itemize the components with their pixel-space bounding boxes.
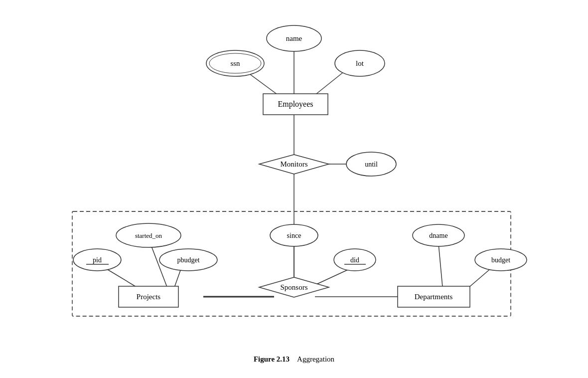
svg-line-14 bbox=[439, 244, 442, 287]
attr-started-on-label: started_on bbox=[135, 232, 162, 239]
diagram-container: name ssn lot Employees Monitors until pi… bbox=[20, 9, 568, 369]
attr-until-label: until bbox=[365, 161, 378, 168]
svg-line-1 bbox=[247, 72, 279, 96]
rel-monitors-label: Monitors bbox=[280, 160, 307, 168]
figure-description: Aggregation bbox=[297, 355, 334, 363]
attr-ssn-label: ssn bbox=[230, 59, 240, 67]
attr-lot-label: lot bbox=[356, 59, 364, 67]
entity-projects-label: Projects bbox=[137, 293, 160, 301]
figure-caption: Figure 2.13 Aggregation bbox=[254, 355, 334, 364]
attr-dname-label: dname bbox=[429, 232, 447, 239]
attr-since-label: since bbox=[287, 232, 301, 239]
attr-pbudget-label: pbudget bbox=[177, 256, 199, 264]
attr-did-label: did bbox=[350, 256, 359, 264]
attr-name-label: name bbox=[286, 34, 302, 42]
attr-pid-label: pid bbox=[93, 256, 102, 264]
entity-employees-label: Employees bbox=[278, 100, 313, 109]
rel-sponsors-label: Sponsors bbox=[280, 283, 307, 291]
attr-budget-label: budget bbox=[491, 256, 510, 264]
svg-line-2 bbox=[314, 72, 344, 96]
figure-number: Figure 2.13 bbox=[254, 355, 290, 363]
entity-departments-label: Departments bbox=[415, 293, 453, 301]
